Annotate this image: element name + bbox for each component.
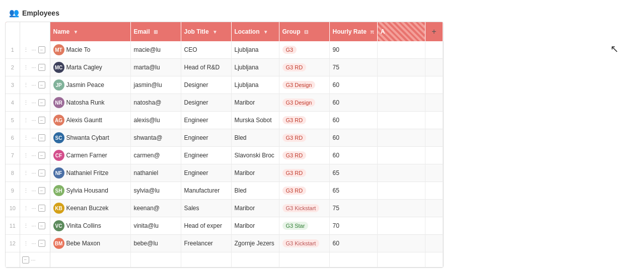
cell-jobtitle-10: Sales: [181, 200, 231, 217]
expand-row[interactable]: −: [38, 117, 45, 124]
row-options[interactable]: ···: [31, 152, 37, 159]
add-column-button[interactable]: +: [428, 26, 439, 37]
row-options[interactable]: ···: [31, 205, 37, 212]
expand-row[interactable]: −: [38, 99, 45, 106]
cell-empty-9: [425, 182, 443, 200]
sort-icon-jobtitle: ▼: [212, 29, 218, 35]
group-badge-3: G3 Design: [282, 81, 316, 89]
col-header-name[interactable]: Name ▼: [50, 22, 130, 41]
drag-handle[interactable]: ⋮: [22, 134, 30, 142]
row-options[interactable]: ···: [31, 222, 37, 229]
cell-email-7: carmen@: [130, 147, 181, 164]
expand-row[interactable]: −: [38, 187, 45, 194]
table-row: 3 ⋮ ··· − JP Jasmin Peace jasmin@lu Desi…: [6, 76, 443, 94]
expand-empty[interactable]: −: [22, 256, 29, 263]
cell-email-11: vinita@lu: [130, 217, 181, 235]
expand-row[interactable]: −: [38, 64, 45, 71]
drag-handle[interactable]: ⋮: [22, 205, 30, 212]
employees-icon: 👥: [9, 8, 19, 18]
cell-group-9: G3 RD: [279, 182, 329, 200]
empty-rownum: [6, 252, 20, 267]
cell-location-11: Maribor: [231, 217, 279, 235]
drag-handle[interactable]: ⋮: [22, 222, 30, 230]
cell-group-3: G3 Design: [279, 76, 329, 94]
drag-handle[interactable]: ⋮: [22, 240, 30, 247]
expand-row[interactable]: −: [38, 205, 45, 212]
cell-group-1: G3: [279, 41, 329, 59]
cell-empty-1: [425, 41, 443, 59]
cell-email-4: natosha@: [130, 94, 181, 112]
cell-email-10: keenan@: [130, 200, 181, 217]
group-badge-11: G3 Star: [282, 222, 309, 230]
expand-row[interactable]: −: [38, 169, 45, 176]
cell-location-6: Bled: [231, 129, 279, 147]
cell-name-4: NR Natosha Runk: [50, 94, 130, 112]
row-num-4: 4: [6, 94, 20, 112]
drag-handle[interactable]: ⋮: [22, 99, 30, 107]
expand-row[interactable]: −: [38, 81, 45, 88]
name-text-4: Natosha Runk: [66, 99, 105, 106]
drag-handle[interactable]: ⋮: [22, 81, 30, 89]
row-options[interactable]: ···: [31, 99, 37, 106]
cell-empty-8: [425, 164, 443, 182]
col-header-location[interactable]: Location ▼: [231, 22, 279, 41]
expand-row[interactable]: −: [38, 134, 45, 141]
row-options[interactable]: ···: [31, 46, 37, 53]
drag-handle[interactable]: ⋮: [22, 169, 30, 177]
col-header-jobtitle[interactable]: Job Title ▼: [181, 22, 231, 41]
cell-empty-4: [425, 94, 443, 112]
row-options[interactable]: ···: [31, 81, 37, 88]
cell-name-3: JP Jasmin Peace: [50, 76, 130, 94]
cell-name-6: SC Shwanta Cybart: [50, 129, 130, 147]
table-body: 1 ⋮ ··· − MT Macie To macie@lu CEO Ljubl…: [6, 41, 443, 267]
cell-location-12: Zgornje Jezers: [231, 235, 279, 252]
row-options[interactable]: ···: [31, 117, 37, 124]
drag-handle[interactable]: ⋮: [22, 152, 30, 159]
cell-hourlyrate-8: 65: [329, 164, 377, 182]
cell-empty-10: [425, 200, 443, 217]
table-row: 9 ⋮ ··· − SH Sylvia Housand sylvia@lu Ma…: [6, 182, 443, 200]
col-header-a[interactable]: A: [377, 22, 425, 41]
cell-jobtitle-1: CEO: [181, 41, 231, 59]
name-text-9: Sylvia Housand: [66, 187, 108, 194]
cell-name-10: KB Keenan Buczek: [50, 200, 130, 217]
expand-row[interactable]: −: [38, 152, 45, 159]
col-header-add[interactable]: +: [425, 22, 443, 41]
row-num-11: 11: [6, 217, 20, 235]
drag-handle[interactable]: ⋮: [22, 187, 30, 195]
row-options[interactable]: ···: [31, 240, 37, 247]
row-num-3: 3: [6, 76, 20, 94]
cell-group-8: G3 RD: [279, 164, 329, 182]
row-options[interactable]: ···: [31, 169, 37, 176]
expand-row[interactable]: −: [38, 46, 45, 53]
cell-jobtitle-7: Engineer: [181, 147, 231, 164]
drag-handle[interactable]: ⋮: [22, 117, 30, 124]
expand-row[interactable]: −: [38, 240, 45, 247]
cell-hourlyrate-6: 60: [329, 129, 377, 147]
name-text-5: Alexis Gauntt: [66, 117, 102, 124]
cell-empty-3: [425, 76, 443, 94]
cell-a-5: [377, 112, 425, 129]
avatar-7: CF: [53, 150, 64, 161]
row-options[interactable]: ···: [31, 64, 37, 71]
cell-hourlyrate-10: 75: [329, 200, 377, 217]
cell-email-12: bebe@lu: [130, 235, 181, 252]
expand-row[interactable]: −: [38, 222, 45, 229]
table-row: 7 ⋮ ··· − CF Carmen Farner carmen@ Engin…: [6, 147, 443, 164]
col-header-email[interactable]: Email ⊞: [130, 22, 181, 41]
empty-options[interactable]: ···: [30, 256, 37, 263]
row-options[interactable]: ···: [31, 187, 37, 194]
drag-handle[interactable]: ⋮: [22, 64, 30, 71]
cell-email-2: marta@lu: [130, 59, 181, 76]
col-header-hourlyrate[interactable]: Hourly Rate π: [329, 22, 377, 41]
col-header-group[interactable]: Group ⊟: [279, 22, 329, 41]
table-row: 2 ⋮ ··· − MC Marta Cagley marta@lu Head …: [6, 59, 443, 76]
name-text-8: Nathaniel Fritze: [66, 169, 109, 176]
drag-handle[interactable]: ⋮: [22, 46, 30, 54]
row-controls-10: ⋮ ··· −: [20, 200, 50, 217]
row-controls-7: ⋮ ··· −: [20, 147, 50, 164]
cell-hourlyrate-4: 60: [329, 94, 377, 112]
row-controls-4: ⋮ ··· −: [20, 94, 50, 112]
cell-empty-7: [425, 147, 443, 164]
row-options[interactable]: ···: [31, 134, 37, 141]
